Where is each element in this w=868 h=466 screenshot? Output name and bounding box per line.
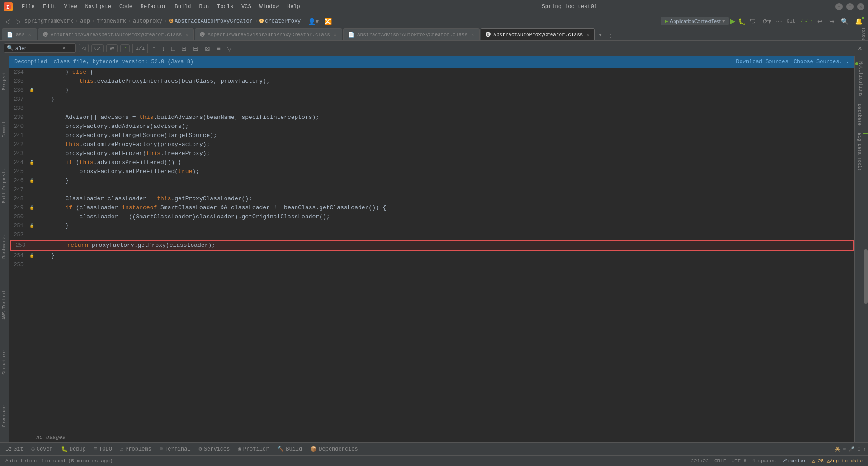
bottom-tab-problems[interactable]: ⚠ Problems (117, 444, 155, 454)
menu-tools[interactable]: Tools (213, 3, 237, 11)
panel-coverage[interactable]: Coverage (1, 404, 7, 429)
breadcrumb-aop[interactable]: aop (80, 18, 90, 24)
tab-ass[interactable]: 📄 ass ✕ (2, 28, 37, 40)
find-filter-button[interactable]: ▽ (225, 44, 234, 53)
tab-more-button[interactable]: ⋮ (605, 30, 616, 40)
bottom-tab-problems-label: Problems (125, 446, 151, 452)
tab-advisor[interactable]: 📄 AbstractAdvisorAutoProxyCreator.class … (343, 28, 480, 40)
panel-aws-toolkit[interactable]: AWS Toolkit (1, 288, 7, 321)
bottom-tab-profiler[interactable]: ◉ Profiler (234, 444, 273, 454)
run-button[interactable]: ▶ (730, 17, 735, 25)
menu-view[interactable]: View (61, 3, 81, 11)
bottom-tab-todo[interactable]: ≡ TODO (90, 445, 116, 454)
breadcrumb-autoproxy[interactable]: autoproxy (133, 18, 162, 24)
bottom-tab-cover[interactable]: ◎ Cover (28, 444, 57, 454)
tab-icon-annotation: 🅒 (43, 32, 48, 38)
find-whole-word-button[interactable]: W (106, 44, 117, 52)
menu-code[interactable]: Code (116, 3, 136, 11)
tab-close-abstract[interactable]: ✕ (585, 32, 590, 38)
panel-project[interactable]: Project (1, 70, 7, 92)
settings-button[interactable]: ⋯ (774, 17, 784, 26)
redo-button[interactable]: ↪ (827, 17, 836, 26)
forward-button[interactable]: ▷ (14, 17, 23, 26)
menu-file[interactable]: File (18, 3, 38, 11)
find-regex-button[interactable]: .* (120, 44, 130, 52)
code-token: .advisorsPreFiltered()) { (94, 159, 182, 166)
tab-close-annotation[interactable]: ✕ (184, 32, 189, 38)
debug-button[interactable]: 🐛 (736, 17, 747, 26)
search-button[interactable]: 🔍 (839, 17, 850, 26)
tab-close-advisor[interactable]: ✕ (470, 32, 475, 38)
user-button[interactable]: 👤▾ (306, 17, 321, 26)
breadcrumb-class[interactable]: AbstractAutoProxyCreator (175, 18, 253, 24)
find-options-2[interactable]: ⊟ (191, 44, 200, 53)
panel-big-data-tools[interactable]: Big Data Tools (856, 131, 862, 173)
bottom-tab-terminal[interactable]: ⌨ Terminal (156, 444, 194, 454)
maven-panel-button[interactable]: Maven (859, 28, 868, 40)
tab-aspectj[interactable]: 🅒 AspectJAwareAdvisorAutoProxyCreator.cl… (195, 28, 342, 40)
vcs-button[interactable]: 🔀 (322, 17, 334, 26)
close-button[interactable]: ✕ (857, 3, 864, 10)
panel-commit[interactable]: Commit (1, 119, 7, 139)
back-button[interactable]: ◁ (4, 17, 12, 26)
menu-help[interactable]: Help (283, 3, 304, 11)
menu-build[interactable]: Build (171, 3, 194, 11)
cursor-position[interactable]: 224:22 (689, 458, 711, 464)
minimize-button[interactable]: ─ (835, 3, 843, 10)
panel-database[interactable]: Database (856, 102, 862, 127)
vertical-scrollbar[interactable] (863, 56, 868, 442)
code-token: classLoader = ((SmartClassLoader)classLo… (37, 213, 330, 220)
find-clear-button[interactable]: ✕ (62, 45, 66, 51)
tab-annotation[interactable]: 🅒 AnnotationAwareAspectJAutoProxyCreator… (38, 28, 194, 40)
find-options-1[interactable]: ⊞ (179, 44, 189, 53)
code-editor[interactable]: 234 } else {235 this.evaluateProxyInterf… (9, 68, 854, 433)
bottom-tab-dependencies[interactable]: 📦 Dependencies (307, 444, 361, 454)
panel-pull-requests[interactable]: Pull Requests (1, 166, 7, 205)
menu-vcs[interactable]: VCS (238, 3, 255, 11)
scrollbar-thumb[interactable] (864, 249, 868, 304)
coverage-button[interactable]: 🛡 (748, 17, 758, 26)
indent-settings[interactable]: 4 spaces (750, 458, 778, 464)
find-close-button[interactable]: ✕ (855, 44, 864, 53)
warnings-status[interactable]: △ 26 △/up-to-date (810, 458, 864, 464)
download-sources-link[interactable]: Download Sources (736, 59, 788, 65)
line-content (35, 104, 854, 113)
maximize-button[interactable]: □ (846, 3, 854, 10)
profile-button[interactable]: ⟳▾ (761, 17, 773, 26)
menu-run[interactable]: Run (195, 3, 212, 11)
find-prev-button[interactable]: ↑ (151, 44, 157, 53)
find-input[interactable] (15, 45, 61, 52)
run-config-dropdown[interactable]: ▶ ApplicationContextTest ▾ (661, 17, 729, 25)
breadcrumb-springframework[interactable]: springframework (24, 18, 73, 24)
menu-window[interactable]: Window (256, 3, 283, 11)
line-endings[interactable]: CRLF (712, 458, 728, 464)
panel-bookmarks[interactable]: Bookmarks (1, 232, 7, 260)
find-next-button[interactable]: ↓ (160, 44, 167, 53)
breadcrumb-framework[interactable]: framework (97, 18, 126, 24)
bottom-tab-debug[interactable]: 🐛 Debug (57, 444, 90, 454)
find-options-3[interactable]: ⊠ (203, 44, 212, 53)
tab-abstract[interactable]: 🅒 AbstractAutoProxyCreator.class ✕ (481, 28, 595, 40)
notification-button[interactable]: 🔔 (853, 17, 864, 26)
choose-sources-link[interactable]: Choose Sources... (794, 59, 849, 65)
menu-refactor[interactable]: Refactor (137, 3, 170, 11)
tab-overflow-button[interactable]: ▾ (596, 30, 604, 40)
find-options-4[interactable]: ≡ (215, 44, 222, 53)
bottom-tab-services[interactable]: ⚙ Services (195, 444, 234, 454)
table-row: 245 proxyFactory.setPreFiltered(true); (9, 167, 854, 176)
undo-button[interactable]: ↩ (816, 17, 825, 26)
tab-close-aspectj[interactable]: ✕ (333, 32, 337, 38)
encoding[interactable]: UTF-8 (730, 458, 748, 464)
menu-navigate[interactable]: Navigate (81, 3, 115, 11)
menu-edit[interactable]: Edit (39, 3, 60, 11)
tab-close-ass[interactable]: ✕ (28, 32, 32, 38)
panel-notifications[interactable]: Notifications (855, 60, 863, 99)
breadcrumb-method[interactable]: createProxy (265, 18, 301, 24)
find-match-case-button[interactable]: Cc (91, 44, 104, 52)
bottom-tab-git[interactable]: ⎇ Git (2, 444, 27, 454)
find-previous-occurrence-button[interactable]: ◁ (79, 44, 89, 52)
find-expand-button[interactable]: □ (170, 44, 177, 53)
bottom-tab-build[interactable]: 🔨 Build (274, 444, 306, 454)
git-branch[interactable]: ⎇ master (779, 458, 808, 464)
panel-structure[interactable]: Structure (1, 348, 7, 377)
